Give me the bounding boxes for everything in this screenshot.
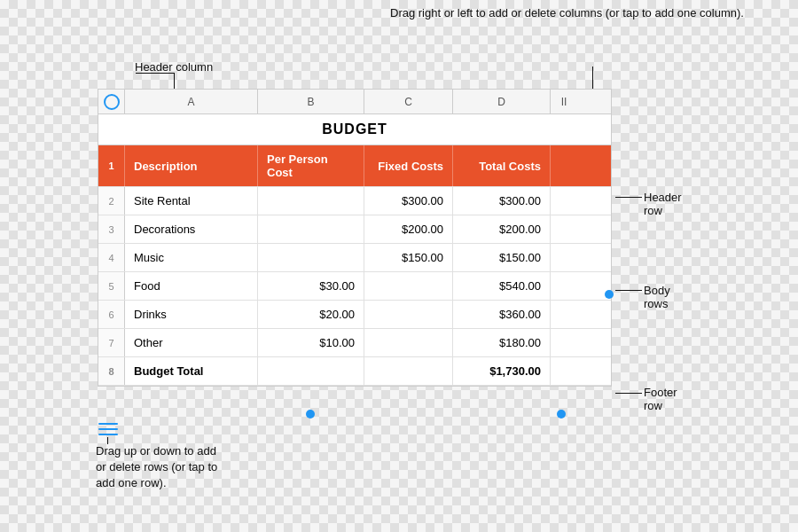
table-row: 6 Drinks $20.00 $360.00 [98, 301, 611, 329]
spreadsheet: A B C D II BUDGET 1 [98, 89, 612, 387]
header-cell-per-person-cost[interactable]: Per Person Cost [258, 145, 364, 186]
table-row: 5 Food $30.00 $540.00 [98, 272, 611, 301]
table-row: 3 Decorations $200.00 $200.00 [98, 215, 611, 244]
cell-7-a[interactable]: Other [125, 329, 258, 356]
footer-data-row: 8 Budget Total $1,730.00 [98, 357, 611, 386]
hamburger-line-1 [98, 423, 118, 425]
cell-2-c[interactable]: $300.00 [364, 187, 453, 215]
cell-7-b[interactable]: $10.00 [258, 329, 364, 356]
table-row: 4 Music $150.00 $150.00 [98, 244, 611, 272]
callout-header-column: Header column [135, 60, 213, 74]
col-header-o[interactable] [98, 90, 125, 113]
header-cell-total-costs[interactable]: Total Costs [453, 145, 551, 186]
row-num-1: 1 [98, 145, 125, 186]
col-header-ii[interactable]: II [551, 90, 577, 113]
cell-3-c[interactable]: $200.00 [364, 215, 453, 243]
col-header-d: D [453, 90, 551, 113]
body-rows-drag-handle[interactable] [605, 290, 614, 299]
header-cell-fixed-costs[interactable]: Fixed Costs [364, 145, 453, 186]
cell-6-d[interactable]: $360.00 [453, 301, 551, 328]
header-cell-description[interactable]: Description [125, 145, 258, 186]
callout-body-rows: Bodyrows [644, 284, 670, 310]
row-num-3: 3 [98, 215, 125, 243]
cell-5-c[interactable] [364, 272, 453, 300]
callout-header-row: Headerrow [644, 191, 682, 217]
cell-2-d[interactable]: $300.00 [453, 187, 551, 215]
footer-cell-label[interactable]: Budget Total [125, 357, 258, 385]
cell-2-a[interactable]: Site Rental [125, 187, 258, 215]
spreadsheet-title: BUDGET [98, 114, 611, 145]
footer-cell-c[interactable] [364, 357, 453, 385]
row-num-4: 4 [98, 244, 125, 271]
row-num-6: 6 [98, 301, 125, 328]
callout-footer-row: Footerrow [644, 386, 677, 412]
row-num-7: 7 [98, 329, 125, 356]
cell-3-d[interactable]: $200.00 [453, 215, 551, 243]
table-body: 1 Description Per Person Cost Fixed Cost… [98, 145, 611, 386]
row-num-2: 2 [98, 187, 125, 215]
col-headers-row: A B C D II [98, 90, 611, 114]
callout-hline-body-rows [615, 290, 642, 291]
cell-5-b[interactable]: $30.00 [258, 272, 364, 300]
row-num-5: 5 [98, 272, 125, 300]
col-header-a: A [125, 90, 258, 113]
footer-col-b-drag-handle[interactable] [306, 410, 315, 419]
cell-6-a[interactable]: Drinks [125, 301, 258, 328]
col-header-c: C [364, 90, 453, 113]
callout-drag-columns: Drag right or left to add or delete colu… [390, 4, 744, 22]
cell-3-a[interactable]: Decorations [125, 215, 258, 243]
cell-2-b[interactable] [258, 187, 364, 215]
table-row: 7 Other $10.00 $180.00 [98, 329, 611, 357]
footer-cell-total[interactable]: $1,730.00 [453, 357, 551, 385]
callout-hline-header-col [136, 73, 175, 74]
callout-hline-footer-row [615, 393, 642, 394]
callout-drag-rows: Drag up or down to addor delete rows (or… [96, 443, 217, 492]
header-data-row: 1 Description Per Person Cost Fixed Cost… [98, 145, 611, 187]
callout-hline-header-row [615, 197, 642, 198]
hamburger-line-2 [98, 428, 118, 430]
cell-4-b[interactable] [258, 244, 364, 271]
hamburger-line-3 [98, 434, 118, 435]
cell-4-a[interactable]: Music [125, 244, 258, 271]
cell-3-b[interactable] [258, 215, 364, 243]
cell-6-c[interactable] [364, 301, 453, 328]
row-drag-handle[interactable] [98, 421, 118, 437]
cell-6-b[interactable]: $20.00 [258, 301, 364, 328]
main-container: Drag right or left to add or delete colu… [0, 0, 798, 532]
cell-5-d[interactable]: $540.00 [453, 272, 551, 300]
cell-4-d[interactable]: $150.00 [453, 244, 551, 271]
col-header-circle-btn[interactable] [104, 94, 120, 110]
cell-7-d[interactable]: $180.00 [453, 329, 551, 356]
footer-col-d-drag-handle[interactable] [557, 410, 566, 419]
row-num-8: 8 [98, 357, 125, 385]
cell-4-c[interactable]: $150.00 [364, 244, 453, 271]
footer-cell-b[interactable] [258, 357, 364, 385]
col-header-b: B [258, 90, 364, 113]
table-row: 2 Site Rental $300.00 $300.00 [98, 187, 611, 215]
callout-line-drag-rows [107, 437, 108, 444]
cell-5-a[interactable]: Food [125, 272, 258, 300]
cell-7-c[interactable] [364, 329, 453, 356]
